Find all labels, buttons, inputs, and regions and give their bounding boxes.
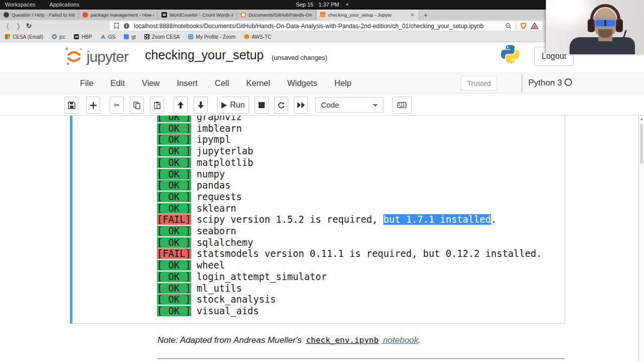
askubuntu-favicon-icon <box>83 12 88 18</box>
status-badge: [FAIL] <box>157 248 191 259</box>
text-segment: ipympl <box>197 134 231 145</box>
selected-code-cell[interactable]: [ OK ] graphviz[ OK ] imblearn[ OK ] ipy… <box>70 116 565 324</box>
notification-dot-icon <box>346 4 348 6</box>
bookmark-label: Zoom CESA <box>152 34 180 40</box>
kernel-idle-icon <box>565 78 572 86</box>
menu-cell[interactable]: Cell <box>206 78 237 88</box>
output-line: [ OK ] pandas <box>157 180 565 192</box>
bookmark-item[interactable]: My Profile - Zoom <box>188 34 235 40</box>
text-segment: jupyterlab <box>197 146 254 156</box>
cut-cell-button[interactable]: ✂ <box>110 97 124 114</box>
menu-view[interactable]: View <box>133 78 168 88</box>
markdown-note: Note: Adapted from Andreas Mueller's che… <box>157 335 421 345</box>
output-line: [ OK ] numpy <box>157 169 565 180</box>
browser-tab[interactable]: Documents/GitHub/Hands-On-D <box>237 10 316 20</box>
bookmark-item[interactable]: HBHBP <box>74 34 92 40</box>
notebook-menubar: FileEditViewInsertCellKernelWidgetsHelp … <box>0 72 644 94</box>
url-bar[interactable]: localhost:8888/notebooks/Documents/GitHu… <box>110 21 542 31</box>
reload-icon[interactable]: ↻ <box>26 23 32 29</box>
scrollbar-thumb[interactable] <box>640 124 643 164</box>
text-segment: requests <box>197 192 242 202</box>
jupyter-page: jupyter checking_your_setup (unsaved cha… <box>0 42 644 362</box>
jupyter-favicon-icon <box>240 12 246 18</box>
browser-tab[interactable]: checking_your_setup - Jupyte× <box>316 10 419 20</box>
output-line: [ OK ] jupyterlab <box>157 146 565 157</box>
restart-kernel-button[interactable] <box>274 97 288 114</box>
menu-kernel[interactable]: Kernel <box>237 78 279 88</box>
site-info-icon[interactable] <box>123 23 130 29</box>
tab-title: package management - How can I <box>91 12 154 18</box>
trusted-button[interactable]: Trusted <box>461 76 497 90</box>
restart-run-all-button[interactable] <box>294 97 308 114</box>
browser-tab[interactable]: package management - How can I <box>79 10 158 20</box>
menu-insert[interactable]: Insert <box>169 78 206 88</box>
status-badge: [ OK ] <box>157 123 191 134</box>
run-button[interactable]: Run <box>217 97 249 114</box>
paste-cell-button[interactable] <box>150 97 164 114</box>
jupyter-brand-text[interactable]: jupyter <box>87 48 128 65</box>
cell-type-select[interactable]: Code <box>315 97 383 113</box>
output-line: [FAIL] scipy version 1.5.2 is required, … <box>157 214 565 226</box>
bookmark-item[interactable]: Zoom CESA <box>144 34 180 40</box>
output-line: [ OK ] sqlalchemy <box>157 237 565 249</box>
text-segment: wheel <box>197 260 225 270</box>
selected-text: but 1.7.1 installed <box>383 214 491 225</box>
stop-icon <box>259 102 265 108</box>
bookmark-flag-icon[interactable] <box>114 23 119 29</box>
page-scrollbar[interactable] <box>638 116 644 362</box>
status-badge: [ OK ] <box>157 192 191 202</box>
status-badge: [ OK ] <box>157 260 191 270</box>
move-cell-down-button[interactable] <box>194 97 208 114</box>
tab-close-icon[interactable]: × <box>410 12 415 19</box>
forward-icon[interactable]: ❭ <box>16 23 21 29</box>
webcam-overlay <box>546 0 644 54</box>
bookmark-label: HBP <box>82 34 92 40</box>
notebook-favicon-icon <box>320 12 326 18</box>
cube-icon <box>244 34 249 39</box>
bookmark-item[interactable]: GS <box>101 34 115 40</box>
back-icon[interactable]: ❬ <box>5 23 11 29</box>
browser-tab[interactable]: Question / Help - Failed to initial <box>0 10 79 20</box>
copy-cell-button[interactable] <box>130 97 144 114</box>
output-line: [ OK ] ipympl <box>157 134 565 146</box>
url-text[interactable]: localhost:8888/notebooks/Documents/GitHu… <box>134 23 501 30</box>
note-code-link[interactable]: check_env.ipynb <box>304 335 381 345</box>
status-badge: [ OK ] <box>157 116 191 122</box>
clock[interactable]: Sep 15 1:37 PM <box>296 2 348 8</box>
triangle-extension-icon[interactable] <box>531 23 538 29</box>
menubar-divider <box>522 75 522 92</box>
menu-list: FileEditViewInsertCellKernelWidgetsHelp <box>71 73 360 93</box>
menu-file[interactable]: File <box>71 78 102 88</box>
bookmark-item[interactable]: gt <box>124 34 135 40</box>
jupyter-logo-icon[interactable] <box>63 46 85 66</box>
menu-help[interactable]: Help <box>326 78 360 88</box>
bookmark-item[interactable]: Wjcc <box>52 34 65 40</box>
scroll-up-icon[interactable] <box>639 117 644 122</box>
workspaces-menu[interactable]: Workspaces <box>5 2 35 8</box>
text-segment: login_attempt_simulator <box>197 272 327 282</box>
bookmark-label: GS <box>108 34 115 40</box>
paste-icon <box>154 102 160 109</box>
status-badge: [ OK ] <box>157 169 191 179</box>
notebook-scroll-area[interactable]: [ OK ] graphviz[ OK ] imblearn[ OK ] ipy… <box>0 116 644 362</box>
menu-edit[interactable]: Edit <box>102 78 133 88</box>
notebook-title[interactable]: checking_your_setup <box>145 48 264 62</box>
status-badge: [ OK ] <box>157 134 191 145</box>
command-palette-button[interactable] <box>392 97 412 114</box>
applications-menu[interactable]: Applications <box>49 2 79 8</box>
new-tab-button[interactable]: + <box>419 10 432 20</box>
camera-icon <box>188 34 193 39</box>
move-cell-up-button[interactable] <box>174 97 188 114</box>
interrupt-kernel-button[interactable] <box>255 97 269 114</box>
save-button[interactable] <box>64 97 78 114</box>
menu-widgets[interactable]: Widgets <box>279 78 326 88</box>
add-cell-button[interactable] <box>86 97 100 114</box>
shield-extension-icon[interactable] <box>520 22 527 30</box>
browser-tab[interactable]: WWordCounter - Count Words & Co <box>158 10 237 20</box>
bookmark-item[interactable]: AWS-TC <box>244 34 271 40</box>
bookmark-item[interactable]: CESA (Email) <box>5 34 43 40</box>
note-link[interactable]: notebook <box>381 335 419 345</box>
output-line: [ OK ] login_attempt_simulator <box>157 272 565 283</box>
zoom-level-icon[interactable] <box>505 23 512 29</box>
output-line: [ OK ] graphviz <box>157 116 565 123</box>
